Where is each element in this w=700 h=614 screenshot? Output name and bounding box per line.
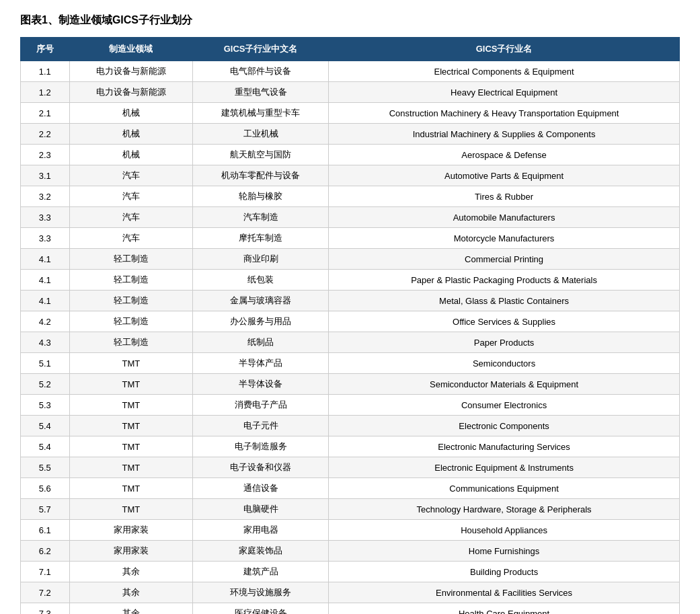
table-cell: 7.1 xyxy=(21,562,70,582)
page-title: 图表1、制造业领域GICS子行业划分 xyxy=(20,13,680,28)
table-cell: TMT xyxy=(69,478,193,499)
table-row: 5.7TMT电脑硬件Technology Hardware, Storage &… xyxy=(21,499,680,520)
table-cell: Tires & Rubber xyxy=(329,186,680,207)
table-cell: TMT xyxy=(69,416,193,436)
table-cell: TMT xyxy=(69,499,193,520)
table-row: 2.2机械工业机械Industrial Machinery & Supplies… xyxy=(21,124,680,145)
table-cell: 工业机械 xyxy=(193,124,329,145)
table-cell: Office Services & Supplies xyxy=(329,311,680,332)
table-cell: 7.3 xyxy=(21,603,70,615)
table-cell: 轻工制造 xyxy=(69,311,193,332)
table-cell: 通信设备 xyxy=(193,478,329,499)
table-row: 5.4TMT电子制造服务Electronic Manufacturing Ser… xyxy=(21,436,680,457)
table-cell: 轻工制造 xyxy=(69,291,193,311)
table-cell: 轻工制造 xyxy=(69,270,193,291)
table-cell: 其余 xyxy=(69,603,193,615)
table-cell: 5.4 xyxy=(21,416,70,436)
table-cell: 机动车零配件与设备 xyxy=(193,165,329,186)
table-cell: 电子制造服务 xyxy=(193,436,329,457)
table-cell: Household Appliances xyxy=(329,520,680,541)
table-cell: 6.2 xyxy=(21,541,70,562)
table-cell: 航天航空与国防 xyxy=(193,145,329,165)
table-cell: Commercial Printing xyxy=(329,249,680,270)
table-cell: 金属与玻璃容器 xyxy=(193,291,329,311)
table-row: 1.1电力设备与新能源电气部件与设备Electrical Components … xyxy=(21,61,680,82)
table-row: 4.1轻工制造纸包装Paper & Plastic Packaging Prod… xyxy=(21,270,680,291)
table-cell: 5.3 xyxy=(21,395,70,416)
table-cell: 半导体产品 xyxy=(193,353,329,374)
col-header-english-name: GICS子行业名 xyxy=(329,38,680,61)
main-table: 序号 制造业领域 GICS子行业中文名 GICS子行业名 1.1电力设备与新能源… xyxy=(20,37,680,614)
table-cell: 纸制品 xyxy=(193,332,329,353)
table-cell: Semiconductor Materials & Equipment xyxy=(329,374,680,395)
table-cell: 家用电器 xyxy=(193,520,329,541)
table-cell: 汽车 xyxy=(69,186,193,207)
table-cell: Motorcycle Manufacturers xyxy=(329,228,680,249)
table-cell: TMT xyxy=(69,395,193,416)
table-cell: 家庭装饰品 xyxy=(193,541,329,562)
table-cell: 轻工制造 xyxy=(69,249,193,270)
table-cell: 5.6 xyxy=(21,478,70,499)
table-cell: 1.2 xyxy=(21,82,70,103)
table-cell: 7.2 xyxy=(21,582,70,603)
table-cell: 4.2 xyxy=(21,311,70,332)
table-cell: Electronic Components xyxy=(329,416,680,436)
table-cell: Health Care Equipment xyxy=(329,603,680,615)
table-cell: Communications Equipment xyxy=(329,478,680,499)
table-row: 1.2电力设备与新能源重型电气设备Heavy Electrical Equipm… xyxy=(21,82,680,103)
table-cell: 5.4 xyxy=(21,436,70,457)
table-cell: 5.7 xyxy=(21,499,70,520)
table-cell: 建筑机械与重型卡车 xyxy=(193,103,329,124)
table-cell: 机械 xyxy=(69,124,193,145)
table-row: 2.3机械航天航空与国防Aerospace & Defense xyxy=(21,145,680,165)
table-row: 5.3TMT消费电子产品Consumer Electronics xyxy=(21,395,680,416)
table-cell: 6.1 xyxy=(21,520,70,541)
table-row: 6.1家用家装家用电器Household Appliances xyxy=(21,520,680,541)
table-row: 5.6TMT通信设备Communications Equipment xyxy=(21,478,680,499)
table-cell: 医疗保健设备 xyxy=(193,603,329,615)
table-cell: 1.1 xyxy=(21,61,70,82)
table-cell: 电力设备与新能源 xyxy=(69,82,193,103)
table-row: 3.3汽车摩托车制造Motorcycle Manufacturers xyxy=(21,228,680,249)
table-row: 4.2轻工制造办公服务与用品Office Services & Supplies xyxy=(21,311,680,332)
table-row: 7.1其余建筑产品Building Products xyxy=(21,562,680,582)
table-cell: Automobile Manufacturers xyxy=(329,207,680,228)
table-cell: 纸包装 xyxy=(193,270,329,291)
table-cell: 电力设备与新能源 xyxy=(69,61,193,82)
table-cell: TMT xyxy=(69,457,193,478)
table-cell: Construction Machinery & Heavy Transport… xyxy=(329,103,680,124)
table-row: 4.1轻工制造金属与玻璃容器Metal, Glass & Plastic Con… xyxy=(21,291,680,311)
table-cell: 电子元件 xyxy=(193,416,329,436)
table-cell: 电脑硬件 xyxy=(193,499,329,520)
table-cell: 5.5 xyxy=(21,457,70,478)
table-cell: Electronic Equipment & Instruments xyxy=(329,457,680,478)
table-cell: 汽车制造 xyxy=(193,207,329,228)
table-cell: 家用家装 xyxy=(69,541,193,562)
table-cell: 家用家装 xyxy=(69,520,193,541)
table-cell: 汽车 xyxy=(69,207,193,228)
table-row: 7.2其余环境与设施服务Environmental & Facilities S… xyxy=(21,582,680,603)
table-cell: 4.1 xyxy=(21,249,70,270)
table-cell: Semiconductors xyxy=(329,353,680,374)
table-cell: 半导体设备 xyxy=(193,374,329,395)
col-header-sector: 制造业领域 xyxy=(69,38,193,61)
col-header-chinese-name: GICS子行业中文名 xyxy=(193,38,329,61)
table-cell: 机械 xyxy=(69,103,193,124)
table-cell: Paper Products xyxy=(329,332,680,353)
table-cell: Aerospace & Defense xyxy=(329,145,680,165)
table-cell: 4.1 xyxy=(21,291,70,311)
table-cell: 汽车 xyxy=(69,165,193,186)
table-cell: Environmental & Facilities Services xyxy=(329,582,680,603)
table-cell: Building Products xyxy=(329,562,680,582)
table-cell: 3.2 xyxy=(21,186,70,207)
table-cell: 3.1 xyxy=(21,165,70,186)
table-cell: Metal, Glass & Plastic Containers xyxy=(329,291,680,311)
table-cell: 3.3 xyxy=(21,207,70,228)
table-cell: 重型电气设备 xyxy=(193,82,329,103)
table-row: 4.3轻工制造纸制品Paper Products xyxy=(21,332,680,353)
table-row: 3.2汽车轮胎与橡胶Tires & Rubber xyxy=(21,186,680,207)
table-cell: 其余 xyxy=(69,582,193,603)
col-header-serial: 序号 xyxy=(21,38,70,61)
table-cell: Automotive Parts & Equipment xyxy=(329,165,680,186)
table-cell: Home Furnishings xyxy=(329,541,680,562)
